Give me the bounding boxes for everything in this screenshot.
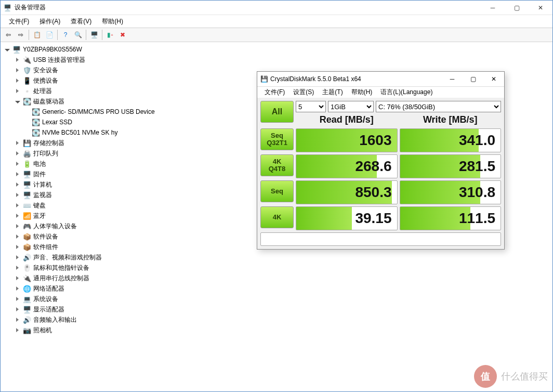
- tree-item-label: 键盘: [33, 201, 46, 210]
- back-button[interactable]: ⇦: [3, 29, 14, 41]
- chevron-closed-icon[interactable]: [14, 150, 20, 156]
- maximize-button[interactable]: ▢: [505, 1, 529, 15]
- tree-item[interactable]: 💻系统设备: [12, 294, 551, 304]
- chevron-closed-icon[interactable]: [14, 67, 20, 73]
- drive-select[interactable]: C: 76% (38/50GiB): [376, 101, 501, 112]
- titlebar: 🖥️ 设备管理器 ─ ▢ ✕: [1, 1, 552, 15]
- read-result-cell: 850.3: [296, 180, 398, 204]
- tree-item-label: 显示适配器: [33, 305, 64, 314]
- device-category-icon: 🔌: [23, 274, 31, 282]
- tree-item-label: Generic- SD/MMC/MS PRO USB Device: [42, 108, 155, 115]
- tree-item[interactable]: 🖱️鼠标和其他指针设备: [12, 263, 551, 273]
- chevron-closed-icon[interactable]: [14, 265, 20, 271]
- tree-item-label: 存储控制器: [33, 139, 64, 148]
- device-category-icon: 🖥️: [23, 170, 31, 178]
- device-category-icon: 🖥️: [23, 191, 31, 199]
- chevron-closed-icon[interactable]: [14, 181, 20, 188]
- chevron-closed-icon[interactable]: [14, 202, 20, 208]
- chevron-closed-icon[interactable]: [14, 140, 20, 146]
- chevron-open-icon[interactable]: [14, 98, 20, 104]
- menu-help[interactable]: 帮助(H): [97, 16, 128, 28]
- passes-select[interactable]: 5: [296, 101, 326, 112]
- computer-icon: 🖥️: [12, 45, 21, 54]
- chevron-closed-icon[interactable]: [14, 244, 20, 250]
- test-type-button[interactable]: SeqQ32T1: [260, 128, 294, 150]
- properties-button[interactable]: 📄: [44, 29, 55, 41]
- device-category-icon: 💻: [23, 295, 31, 303]
- device-category-icon: ⌨️: [23, 201, 31, 210]
- tree-item[interactable]: 🔌USB 连接器管理器: [12, 55, 551, 65]
- device-category-icon: 🖨️: [23, 149, 31, 158]
- scan-button[interactable]: 🔍: [72, 29, 84, 41]
- chevron-open-icon[interactable]: [4, 46, 10, 53]
- chevron-closed-icon[interactable]: [14, 296, 20, 302]
- chevron-closed-icon[interactable]: [14, 233, 20, 240]
- chevron-closed-icon[interactable]: [14, 223, 20, 229]
- all-test-button[interactable]: All: [260, 101, 294, 123]
- device-category-icon: 🔊: [23, 253, 31, 262]
- forward-button[interactable]: ⇨: [15, 29, 27, 41]
- write-result-cell: 310.8: [400, 180, 502, 204]
- cdm-close-button[interactable]: ✕: [483, 72, 504, 86]
- chevron-closed-icon[interactable]: [14, 171, 20, 177]
- chevron-closed-icon[interactable]: [14, 254, 20, 260]
- cdm-menu-file[interactable]: 文件(F): [260, 87, 289, 98]
- help-button[interactable]: ?: [60, 29, 71, 41]
- tree-root-item[interactable]: 🖥️Y0ZBPA9BK0S556W: [2, 44, 551, 55]
- tree-item[interactable]: 🌐网络适配器: [12, 283, 551, 294]
- chevron-closed-icon[interactable]: [14, 327, 20, 333]
- close-button[interactable]: ✕: [529, 1, 552, 15]
- cdm-menu-help[interactable]: 帮助(H): [347, 87, 377, 98]
- add-button[interactable]: ▮+: [104, 29, 116, 41]
- device-category-icon: 🖥️: [23, 180, 31, 189]
- minimize-button[interactable]: ─: [481, 1, 505, 15]
- chevron-closed-icon[interactable]: [14, 77, 20, 84]
- cdm-maximize-button[interactable]: ▢: [463, 72, 483, 86]
- test-type-button[interactable]: Seq: [260, 180, 294, 202]
- remove-button[interactable]: ✖: [117, 29, 128, 41]
- chevron-closed-icon[interactable]: [14, 285, 20, 292]
- tree-item[interactable]: 🔊音频输入和输出: [12, 315, 551, 325]
- read-header: Read [MB/s]: [296, 113, 398, 126]
- tree-item[interactable]: 🖥️显示适配器: [12, 304, 551, 315]
- tree-item[interactable]: 🔊声音、视频和游戏控制器: [12, 252, 551, 263]
- write-header: Write [MB/s]: [400, 113, 502, 126]
- cdm-menubar: 文件(F) 设置(S) 主题(T) 帮助(H) 语言(L)(Language): [257, 86, 504, 98]
- device-category-icon: 💾: [23, 139, 31, 147]
- show-hide-button[interactable]: 📋: [31, 29, 43, 41]
- chevron-closed-icon[interactable]: [14, 161, 20, 167]
- device-category-icon: 🖥️: [23, 305, 31, 313]
- chevron-closed-icon[interactable]: [14, 88, 20, 94]
- chevron-closed-icon[interactable]: [14, 57, 20, 63]
- tree-item[interactable]: 📷照相机: [12, 325, 551, 335]
- cdm-minimize-button[interactable]: ─: [442, 72, 463, 86]
- menu-action[interactable]: 操作(A): [34, 16, 65, 28]
- cdm-menu-lang[interactable]: 语言(L)(Language): [376, 87, 437, 98]
- chevron-closed-icon[interactable]: [14, 306, 20, 312]
- tree-item[interactable]: 🔌通用串行总线控制器: [12, 273, 551, 283]
- menu-view[interactable]: 查看(V): [65, 16, 97, 28]
- separator: [102, 30, 102, 40]
- device-category-icon: 🖱️: [23, 264, 31, 272]
- tree-item-label: 人体学输入设备: [33, 222, 77, 231]
- chevron-closed-icon[interactable]: [14, 213, 20, 219]
- menu-file[interactable]: 文件(F): [4, 16, 34, 28]
- chevron-closed-icon[interactable]: [14, 192, 20, 198]
- cdm-menu-theme[interactable]: 主题(T): [318, 87, 347, 98]
- tree-item-label: 音频输入和输出: [33, 316, 77, 324]
- test-type-button[interactable]: 4KQ4T8: [260, 154, 294, 176]
- chevron-closed-icon[interactable]: [14, 275, 20, 281]
- write-result-cell: 281.5: [400, 154, 502, 178]
- read-result-cell: 39.15: [296, 206, 398, 230]
- separator: [86, 30, 86, 40]
- tree-item-label: 系统设备: [33, 295, 58, 304]
- devices-button[interactable]: 🖥️: [88, 29, 100, 41]
- tree-item-label: 网络适配器: [33, 284, 64, 293]
- size-select[interactable]: 1GiB: [328, 101, 374, 112]
- tree-item-label: 软件设备: [33, 232, 58, 241]
- window-controls: ─ ▢ ✕: [481, 1, 552, 15]
- tree-item-label: 固件: [33, 170, 46, 179]
- chevron-closed-icon[interactable]: [14, 317, 20, 323]
- test-type-button[interactable]: 4K: [260, 206, 294, 228]
- cdm-menu-settings[interactable]: 设置(S): [289, 87, 318, 98]
